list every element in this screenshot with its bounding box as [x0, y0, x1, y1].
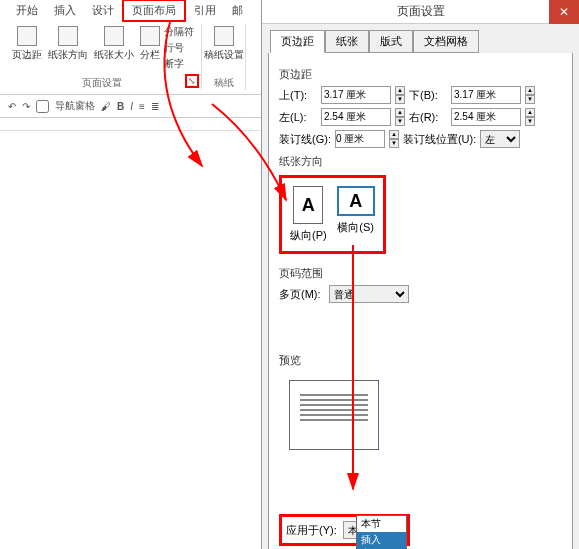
line-numbers-button[interactable]: 行号	[164, 40, 194, 56]
list-button[interactable]: ≣	[151, 101, 159, 112]
small-items: 分隔符 行号 断字	[164, 24, 194, 72]
format-painter-icon[interactable]: 🖌	[101, 101, 111, 112]
apply-option-1[interactable]: 插入点	[357, 532, 406, 549]
gutter-label: 装订线(G):	[279, 132, 331, 147]
breaks-button[interactable]: 分隔符	[164, 24, 194, 40]
tab-mailings[interactable]: 邮	[224, 1, 251, 20]
gutter-pos-label: 装订线位置(U):	[403, 132, 476, 147]
multi-page-select[interactable]: 普通	[329, 285, 409, 303]
group-page-setup: 页边距 纸张方向 纸张大小 分栏 分隔符 行号 断字 页面设置 ⤡	[2, 24, 202, 90]
gutter-input[interactable]	[335, 130, 385, 148]
margins-icon	[17, 26, 37, 46]
orientation-button[interactable]: 纸张方向	[46, 24, 90, 72]
preview-box	[289, 380, 379, 450]
tab-design[interactable]: 设计	[84, 1, 122, 20]
portrait-button[interactable]: A 纵向(P)	[290, 186, 327, 243]
bottom-label: 下(B):	[409, 88, 449, 103]
apply-to-dropdown[interactable]: 本节 插入点	[356, 515, 407, 549]
hyphenation-button[interactable]: 断字	[164, 56, 194, 72]
dlg-tab-margins[interactable]: 页边距	[270, 30, 325, 53]
orientation-box: A 纵向(P) A 横向(S)	[279, 175, 386, 254]
bottom-spinner[interactable]: ▲▼	[525, 86, 535, 104]
tab-home[interactable]: 开始	[8, 1, 46, 20]
dlg-tab-layout[interactable]: 版式	[369, 30, 413, 53]
page-setup-dialog: 页面设置 ✕ 页边距 纸张 版式 文档网格 页边距 上(T): ▲▼ 下(B):…	[261, 0, 579, 549]
left-label: 左(L):	[279, 110, 319, 125]
align-button[interactable]: ≡	[139, 101, 145, 112]
draft-icon	[214, 26, 234, 46]
apply-option-0[interactable]: 本节	[357, 516, 406, 532]
dlg-tab-grid[interactable]: 文档网格	[413, 30, 479, 53]
columns-icon	[140, 26, 160, 46]
multi-page-label: 多页(M):	[279, 287, 321, 302]
top-label: 上(T):	[279, 88, 319, 103]
left-input[interactable]	[321, 108, 391, 126]
gutter-spinner[interactable]: ▲▼	[389, 130, 399, 148]
apply-to-row: 应用于(Y): 本节 本节 插入点	[279, 514, 410, 546]
dlg-tab-paper[interactable]: 纸张	[325, 30, 369, 53]
dialog-tabs: 页边距 纸张 版式 文档网格	[262, 24, 579, 53]
top-input[interactable]	[321, 86, 391, 104]
group-title-draft: 稿纸	[214, 76, 234, 90]
right-label: 右(R):	[409, 110, 449, 125]
undo-button[interactable]: ↶	[8, 101, 16, 112]
columns-button[interactable]: 分栏	[138, 24, 162, 72]
bottom-input[interactable]	[451, 86, 521, 104]
page-range-section: 页码范围 多页(M): 普通	[279, 266, 562, 303]
tab-page-layout[interactable]: 页面布局	[122, 0, 186, 22]
margins-button[interactable]: 页边距	[10, 24, 44, 72]
margins-section: 页边距	[279, 67, 562, 82]
dialog-body: 页边距 上(T): ▲▼ 下(B): ▲▼ 左(L): ▲▼ 右(R): ▲▼ …	[268, 53, 573, 549]
group-title-page-setup: 页面设置	[82, 76, 122, 90]
orientation-icon	[58, 26, 78, 46]
nav-pane-checkbox[interactable]	[36, 100, 49, 113]
italic-button[interactable]: I	[130, 101, 133, 112]
landscape-icon: A	[337, 186, 375, 216]
right-input[interactable]	[451, 108, 521, 126]
draft-button[interactable]: 稿纸设置	[202, 24, 246, 64]
bold-button[interactable]: B	[117, 101, 124, 112]
size-icon	[104, 26, 124, 46]
tab-references[interactable]: 引用	[186, 1, 224, 20]
portrait-icon: A	[293, 186, 323, 224]
left-spinner[interactable]: ▲▼	[395, 108, 405, 126]
gutter-pos-select[interactable]: 左	[480, 130, 520, 148]
page-setup-launcher[interactable]: ⤡	[185, 74, 199, 88]
orientation-section: 纸张方向	[279, 154, 562, 169]
top-spinner[interactable]: ▲▼	[395, 86, 405, 104]
redo-button[interactable]: ↷	[22, 101, 30, 112]
close-button[interactable]: ✕	[549, 0, 579, 24]
nav-pane-label: 导航窗格	[55, 99, 95, 113]
apply-to-label: 应用于(Y):	[286, 523, 337, 538]
dialog-title: 页面设置 ✕	[262, 0, 579, 24]
tab-insert[interactable]: 插入	[46, 1, 84, 20]
landscape-button[interactable]: A 横向(S)	[337, 186, 375, 243]
document-area[interactable]	[0, 130, 260, 549]
size-button[interactable]: 纸张大小	[92, 24, 136, 72]
group-draft: 稿纸设置 稿纸	[202, 24, 246, 90]
preview-section: 预览	[279, 353, 562, 450]
right-spinner[interactable]: ▲▼	[525, 108, 535, 126]
